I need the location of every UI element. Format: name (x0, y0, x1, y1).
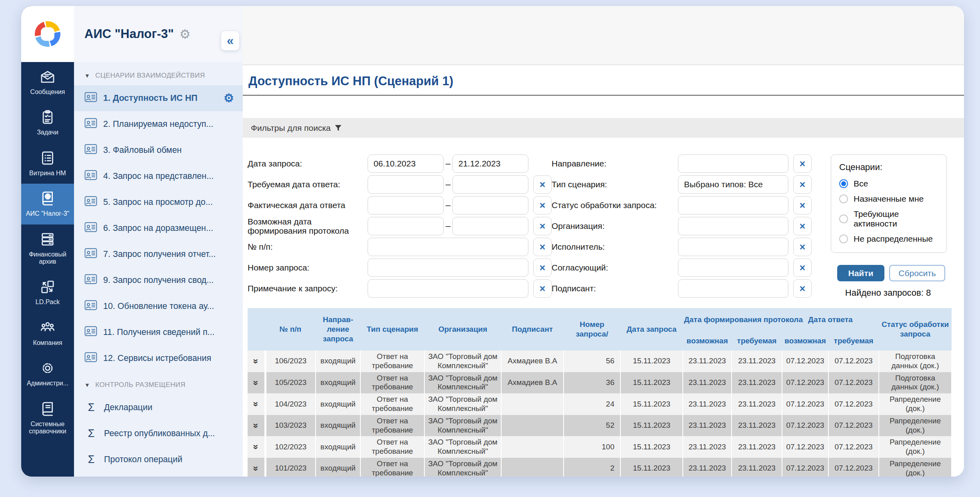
filter-input[interactable] (678, 217, 788, 235)
filter-input[interactable] (678, 154, 788, 173)
filters-column-1: Дата запроса:–×Требуемая дата ответа:–×Ф… (248, 154, 552, 300)
filter-input[interactable] (452, 154, 528, 173)
find-button[interactable]: Найти (837, 265, 884, 281)
table-row: »105/2023входящийОтвет на требованиеЗАО … (248, 372, 952, 394)
expand-row-icon[interactable]: » (250, 359, 262, 364)
expand-row-icon[interactable]: » (250, 402, 262, 407)
clear-filter-button[interactable]: × (533, 217, 552, 235)
nav-item[interactable]: 3. Файловый обмен (74, 137, 243, 163)
filter-row: Статус обработки запроса:× (552, 196, 808, 214)
filter-input[interactable] (368, 259, 528, 277)
clear-filter-button[interactable]: × (793, 259, 812, 277)
table-cell: Подготовка данных (док.) (879, 372, 952, 394)
nav-item[interactable]: ΣДекларации (74, 395, 243, 421)
gear-icon (40, 360, 56, 376)
filter-input[interactable] (678, 238, 788, 256)
nav-item[interactable]: 6. Запрос на доразмещен... (74, 215, 243, 241)
table-cell (501, 436, 564, 458)
filter-input[interactable] (678, 175, 788, 194)
reset-button[interactable]: Сбросить (889, 265, 945, 281)
brand-settings-gear-icon[interactable]: ⚙ (179, 28, 190, 40)
filter-input[interactable] (452, 196, 528, 214)
brand-title: АИС "Налог-3" (84, 27, 174, 41)
radio-icon[interactable] (839, 179, 848, 188)
filter-input[interactable] (368, 154, 444, 173)
filter-row: Примечание к запросу:× (248, 279, 552, 298)
filter-label: Статус обработки запроса: (552, 200, 678, 210)
nav-item[interactable]: 10. Обновление токена ау... (74, 293, 243, 319)
collapse-sidebar-button[interactable]: « (221, 31, 239, 50)
filter-label: Организация: (552, 221, 678, 230)
filters-bar[interactable]: Фильтры для поиска (243, 118, 964, 138)
nav-item[interactable]: 7. Запрос получения отчет... (74, 241, 243, 267)
nav-item[interactable]: 9. Запрос получения свод... (74, 267, 243, 293)
rail-item[interactable]: АИС "Налог-3" (21, 184, 74, 224)
table-cell: Ответ на требование (360, 436, 424, 458)
filter-input[interactable] (368, 175, 444, 194)
table-cell: входящий (316, 436, 360, 458)
filter-input[interactable] (368, 196, 444, 214)
table-cell: 100 (564, 436, 620, 458)
scenario-card-icon (84, 144, 97, 157)
nav-item[interactable]: 5. Запрос на просмотр до... (74, 189, 243, 215)
filter-input[interactable] (368, 238, 528, 256)
nav-item[interactable]: 4. Запрос на представлен... (74, 163, 243, 189)
nav-item[interactable]: ΣРеестр опубликованных д... (74, 421, 243, 447)
nav-section-title[interactable]: ▼СЦЕНАРИИ ВЗАИМОДЕЙСТВИЯ (74, 62, 243, 85)
scenario-radio-option[interactable]: Требующие активности (839, 209, 938, 228)
filter-input[interactable] (452, 217, 528, 235)
expand-row-icon[interactable]: » (250, 466, 262, 471)
scenario-radio-option[interactable]: Назначенные мне (839, 194, 938, 204)
filter-input[interactable] (678, 259, 788, 277)
rail-item[interactable]: Задачи (21, 102, 74, 143)
rail-item[interactable]: Системные справочники (21, 394, 74, 442)
nav-item[interactable]: 2. Планируемая недоступ... (74, 111, 243, 137)
clear-filter-button[interactable]: × (793, 238, 812, 256)
clear-filter-button[interactable]: × (533, 175, 552, 194)
radio-icon[interactable] (839, 194, 848, 203)
nav-item-gear-icon[interactable]: ⚙ (224, 92, 234, 104)
row-expand-cell: » (248, 351, 265, 372)
clear-filter-button[interactable]: × (533, 279, 552, 298)
expand-row-icon[interactable]: » (250, 380, 262, 385)
rail-item[interactable]: Компания (21, 313, 74, 353)
title-divider (243, 95, 964, 96)
table-row: »103/2023входящийОтвет на требованиеЗАО … (248, 415, 952, 437)
clear-filter-button[interactable]: × (533, 196, 552, 214)
table-cell: 105/2023 (265, 372, 316, 394)
rail-item[interactable]: Финансовый архив (21, 224, 74, 273)
table-cell: 106/2023 (265, 351, 316, 372)
clear-filter-button[interactable]: × (793, 154, 812, 173)
table-row: »102/2023входящийОтвет на требованиеЗАО … (248, 436, 952, 458)
expand-row-icon[interactable]: » (250, 423, 262, 428)
table-cell: ЗАО "Торговый дом Комплексный" (424, 372, 501, 394)
nav-item[interactable]: 12. Сервисы истребования (74, 345, 243, 371)
rail-item[interactable]: Сообщения (21, 62, 74, 102)
filter-input[interactable] (678, 279, 788, 298)
radio-icon[interactable] (839, 214, 848, 223)
clear-filter-button[interactable]: × (793, 217, 812, 235)
clear-filter-button[interactable]: × (793, 196, 812, 214)
clear-filter-button[interactable]: × (793, 175, 812, 194)
scenario-radio-option[interactable]: Не распределенные (839, 234, 938, 244)
expand-row-icon[interactable]: » (250, 445, 262, 450)
clear-filter-button[interactable]: × (793, 279, 812, 298)
nav-item-label: 6. Запрос на доразмещен... (103, 223, 213, 233)
filter-input[interactable] (678, 196, 788, 214)
clear-filter-button[interactable]: × (533, 259, 552, 277)
table-cell: ЗАО "Торговый дом Комплексный" (424, 351, 501, 372)
filter-input[interactable] (368, 279, 528, 298)
scenario-radio-option[interactable]: Все (839, 179, 938, 188)
nav-section-title[interactable]: ▼КОНТРОЛЬ РАЗМЕЩЕНИЯ (74, 371, 243, 395)
rail-item[interactable]: LD.Pack (21, 272, 74, 313)
radio-icon[interactable] (839, 234, 848, 243)
clear-filter-button[interactable]: × (533, 238, 552, 256)
nav-item[interactable]: 1. Доступность ИС НП⚙ (74, 85, 243, 111)
nav-item[interactable]: ΣПротокол операций (74, 447, 243, 473)
rail-item[interactable]: Витрина НМ (21, 143, 74, 184)
filter-input[interactable] (452, 175, 528, 194)
rail-item[interactable]: Администри... (21, 353, 74, 394)
col-direction: Направ-ление запроса (316, 308, 360, 351)
nav-item[interactable]: 11. Получения сведений п... (74, 319, 243, 345)
filter-input[interactable] (368, 217, 444, 235)
